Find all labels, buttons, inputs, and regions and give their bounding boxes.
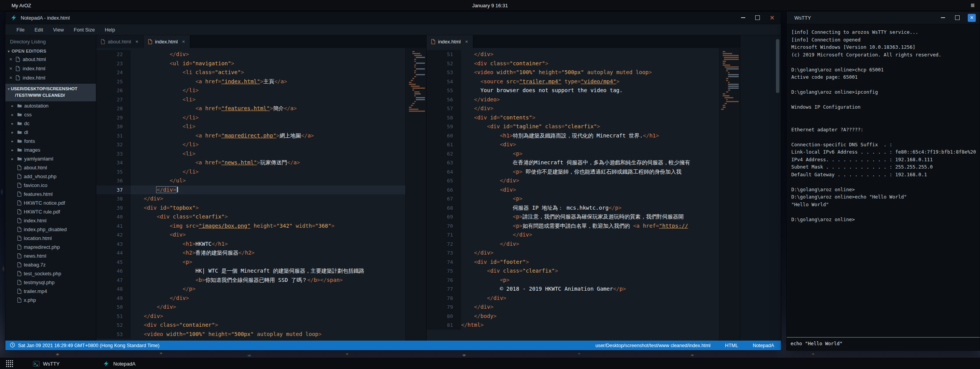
- code-line[interactable]: 51 </div>: [96, 312, 405, 321]
- file-item[interactable]: HKWTC notice.pdf: [5, 199, 96, 207]
- editor-scrollbar-track[interactable]: [740, 35, 781, 341]
- close-icon[interactable]: ✕: [768, 13, 776, 22]
- file-item[interactable]: trailer.mp4: [5, 287, 96, 296]
- taskbar-item-notepada[interactable]: NotepadA: [100, 359, 138, 368]
- code-line[interactable]: 79 </div>: [427, 303, 719, 312]
- folder-item[interactable]: ▸css: [5, 110, 96, 119]
- apps-grid-icon[interactable]: [5, 359, 15, 369]
- code-line[interactable]: 42 <div>: [96, 230, 405, 240]
- code-line[interactable]: 72 </div>: [427, 240, 719, 249]
- code-line[interactable]: 53 <video width="100%" height="500px" au…: [96, 330, 405, 339]
- code-line[interactable]: 22 </div>: [96, 50, 405, 59]
- code-line[interactable]: 76 <p>: [427, 276, 719, 285]
- code-line[interactable]: 77 © 2018 - 2019 HKWTC Animation Gamer</…: [427, 285, 719, 294]
- file-item[interactable]: news.html: [5, 252, 96, 260]
- code-line[interactable]: 78 </div>: [427, 294, 719, 303]
- taskbar-item-wstty[interactable]: WsTTY: [31, 359, 62, 368]
- code-line[interactable]: 53 <video width="100%" height="500px" au…: [427, 68, 719, 77]
- code-line[interactable]: 70 <p>如有問題或需要申請白名單，歡迎加入我們的 <a href="http…: [427, 222, 719, 231]
- tab-about.html[interactable]: about.html✕: [96, 35, 143, 48]
- menu-file[interactable]: File: [12, 24, 30, 35]
- close-editor-icon[interactable]: ✕: [9, 66, 13, 71]
- code-line[interactable]: 46 HK| WTC 是一個 Minecraft 的建築伺服器，主要建築計劃包括…: [96, 266, 405, 276]
- minimize-icon[interactable]: [739, 13, 747, 22]
- code-line[interactable]: 51 </div>: [427, 50, 719, 59]
- code-line[interactable]: 25 <a href="index.html">主頁</a>: [96, 77, 405, 86]
- menu-view[interactable]: View: [48, 24, 69, 35]
- code-line[interactable]: 32 </li>: [96, 140, 405, 149]
- wstty-minimize-icon[interactable]: [939, 13, 947, 22]
- file-item[interactable]: mapredirect.php: [5, 243, 96, 252]
- file-item[interactable]: add_vhost.php: [5, 172, 96, 181]
- code-line[interactable]: 63 在香港的Minecraft 伺服器中，多為小遊戲和純生存的伺服器，較少擁有: [427, 158, 719, 167]
- file-item[interactable]: testmysql.php: [5, 278, 96, 287]
- code-line[interactable]: 56 </video>: [427, 95, 719, 104]
- close-editor-icon[interactable]: ✕: [9, 57, 13, 61]
- open-editor-item[interactable]: ✕index.html: [5, 64, 96, 73]
- code-line[interactable]: 26 </li>: [96, 86, 405, 95]
- wstty-titlebar[interactable]: WsTTY ✕: [787, 12, 980, 24]
- code-line[interactable]: 23 <ul id="navigation">: [96, 59, 405, 68]
- code-line[interactable]: 74 <div id="footer">: [427, 258, 719, 267]
- file-item[interactable]: test_sockets.php: [5, 269, 96, 278]
- code-line[interactable]: 40 <div class="clearfix">: [96, 212, 405, 222]
- code-line[interactable]: 45 <p>: [96, 258, 405, 267]
- code-line[interactable]: 34 <a href="news.html">玩家傳送門</a>: [96, 158, 405, 167]
- folder-item[interactable]: ▸dc: [5, 119, 96, 128]
- file-item[interactable]: features.html: [5, 190, 96, 199]
- file-item[interactable]: index.php_disabled: [5, 225, 96, 234]
- open-editor-item[interactable]: ✕about.html: [5, 55, 96, 64]
- code-line[interactable]: 68 伺服器 IP 地址為： mcs.hkwtc.org</p>: [427, 204, 719, 213]
- code-line[interactable]: 41 <img src="images/box.png" height="342…: [96, 222, 405, 231]
- code-line[interactable]: 30 <li>: [96, 122, 405, 131]
- code-line[interactable]: 35 </li>: [96, 167, 405, 177]
- code-line[interactable]: 39 <div id="topbox">: [96, 204, 405, 213]
- open-editors-header[interactable]: ▾ OPEN EDITORS: [5, 48, 96, 55]
- close-tab-icon[interactable]: ✕: [182, 40, 185, 44]
- code-line[interactable]: 66 <div>: [427, 185, 719, 195]
- code-line[interactable]: 47 <b>你知道我們全線伺服器已轉用 SSD 了嗎？</b></span>: [96, 276, 405, 285]
- code-line[interactable]: 58 <div id="contents">: [427, 113, 719, 122]
- code-line[interactable]: 29 </li>: [96, 113, 405, 122]
- code-line[interactable]: 31 <a href="mapredirect.php">網上地圖</a>: [96, 131, 405, 141]
- file-item[interactable]: HKWTC rule.pdf: [5, 207, 96, 216]
- code-line[interactable]: 38 </div>: [96, 194, 405, 204]
- code-line[interactable]: 60 <h1>特別為建築及鐵路而設，現代化的 Minecraft 世界.</h1…: [427, 131, 719, 141]
- code-line[interactable]: 44 <h2>香港的建築伺服器</h2>: [96, 248, 405, 258]
- file-item[interactable]: about.html: [5, 163, 96, 172]
- code-line[interactable]: 24 <li class="active">: [96, 68, 405, 77]
- code-line[interactable]: 81</html>: [427, 321, 719, 330]
- code-line[interactable]: 65 </div>: [427, 176, 719, 185]
- scrollbar-thumb[interactable]: [776, 39, 779, 93]
- tab-index.html[interactable]: index.html✕: [427, 35, 473, 48]
- code-line[interactable]: 71 </div>: [427, 230, 719, 240]
- code-line[interactable]: 48 </p>: [96, 285, 405, 294]
- code-line[interactable]: 62 <p>: [427, 149, 719, 159]
- workspace-folder-header[interactable]: ▾ USER/DESKTOP/SCREENSHOT /TEST/WWW CLEA…: [5, 84, 96, 101]
- terminal-input-bar[interactable]: echo "Hello World": [787, 337, 980, 350]
- code-line[interactable]: 50 </div>: [96, 303, 405, 312]
- wstty-close-icon[interactable]: ✕: [968, 14, 976, 22]
- menu-edit[interactable]: Edit: [30, 24, 48, 35]
- terminal-output[interactable]: [info] Connecting to arozos WsTTY servic…: [787, 24, 980, 335]
- file-item[interactable]: favicon.ico: [5, 181, 96, 190]
- open-editor-item[interactable]: ✕index.html: [5, 73, 96, 82]
- right-code-body[interactable]: 51 </div>52 <div class="container">53 <v…: [427, 48, 719, 341]
- folder-item[interactable]: ▸yamlyamlaml: [5, 154, 96, 163]
- code-line[interactable]: 80 </body>: [427, 312, 719, 321]
- code-line[interactable]: 55 Your browser does not support the vid…: [427, 86, 719, 95]
- file-item[interactable]: location.html: [5, 234, 96, 243]
- close-tab-icon[interactable]: ✕: [135, 40, 138, 44]
- code-line[interactable]: 61 <div>: [427, 140, 719, 149]
- code-line[interactable]: 27 <li>: [96, 95, 405, 104]
- code-line[interactable]: 52 <div class="container">: [427, 59, 719, 68]
- code-line[interactable]: 36 </ul>: [96, 176, 405, 185]
- folder-item[interactable]: ▸fonts: [5, 137, 96, 146]
- file-item[interactable]: teabag.7z: [5, 260, 96, 269]
- code-line[interactable]: 33 <li>: [96, 149, 405, 159]
- folder-item[interactable]: ▸images: [5, 146, 96, 154]
- hamburger-icon[interactable]: ≡: [970, 2, 975, 9]
- code-line[interactable]: 73 </div>: [427, 248, 719, 258]
- statusbar-language[interactable]: HTML: [725, 343, 738, 348]
- code-line[interactable]: 54 <source src="trailer.mp4" type="video…: [427, 77, 719, 86]
